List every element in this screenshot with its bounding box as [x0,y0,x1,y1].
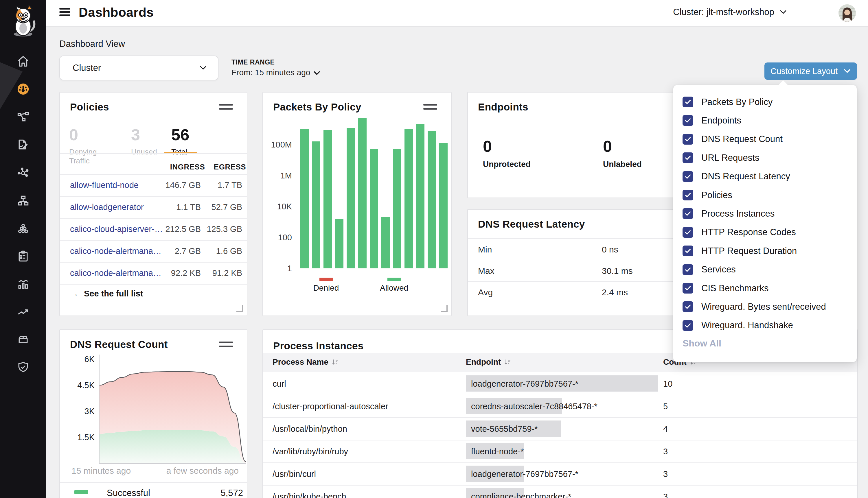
package-box-icon[interactable] [17,333,29,346]
policy-name-link[interactable]: calico-cloud-apiserver-… [70,224,163,234]
menu-hamburger-icon[interactable] [59,8,70,17]
checkbox-checked-icon[interactable] [683,301,693,312]
trend-arrow-icon[interactable] [17,305,29,318]
menu-item[interactable]: URL Requests [683,153,759,163]
cluster-selector[interactable]: Cluster: jlt-msft-workshop [673,7,787,17]
user-avatar[interactable] [839,4,856,22]
divider [60,284,247,285]
checkbox-checked-icon[interactable] [683,134,693,145]
menu-item-label: DNS Request Count [701,134,783,144]
tab-denying-traffic[interactable]: 0 Denying Traffic [69,127,118,166]
checkbox-checked-icon[interactable] [683,153,693,163]
time-range-value[interactable]: From: 15 minutes ago [232,68,319,77]
menu-item[interactable]: Services [683,264,736,275]
menu-item[interactable]: DNS Request Latency [683,171,790,182]
menu-item[interactable]: Wireguard. Bytes sent/received [683,301,826,312]
checkbox-checked-icon[interactable] [683,320,693,331]
menu-item-label: Endpoints [701,115,741,126]
service-graph-icon[interactable] [17,166,29,179]
checkbox-checked-icon[interactable] [683,96,693,107]
menu-item[interactable]: Packets By Policy [683,96,773,107]
show-all-link[interactable]: Show All [683,338,721,349]
dashboard-gauge-icon[interactable] [17,83,29,95]
customize-layout-button[interactable]: Customize Layout [764,63,857,80]
resize-handle[interactable] [441,305,448,312]
table-row[interactable]: /usr/local/bin/pythonvote-5655bd759-*4 [263,417,857,440]
table-row[interactable]: allow-loadgenerator1.1 TB52.7 GB [60,196,247,218]
legend-denied[interactable]: Denied [306,278,346,293]
bar [439,143,448,268]
menu-item[interactable]: Policies [683,190,732,200]
checkbox-checked-icon[interactable] [683,190,693,200]
see-full-list-link[interactable]: → See the full list [70,289,143,299]
customize-layout-menu: Packets By PolicyEndpointsDNS Request Co… [673,85,857,362]
table-row[interactable]: /usr/bin/kube-benchcompliance-benchmarke… [263,485,857,498]
compliance-clipboard-icon[interactable] [17,250,29,263]
area-chart [100,356,246,463]
y-tick-label: 100M [260,140,292,149]
ingress-value: 212.5 GB [165,224,201,234]
bar [358,118,366,268]
top-header: Dashboards Cluster: jlt-msft-workshop [46,0,868,27]
checkbox-checked-icon[interactable] [683,264,693,275]
checkbox-checked-icon[interactable] [683,227,693,238]
bar [312,141,320,268]
table-row[interactable]: allow-fluentd-node146.7 GB1.7 TB [60,174,247,196]
column-header-ingress: INGRESS [169,162,206,171]
y-tick-label: 1.5K [66,433,95,442]
table-row[interactable]: /cluster-proportional-autoscalercoredns-… [263,395,857,417]
checkbox-checked-icon[interactable] [683,171,693,182]
table-row[interactable]: calico-node-alertmana…2.7 GB1.6 GB [60,240,247,262]
table-row[interactable]: /usr/bin/curlloadgenerator-7697bb7567-*3 [263,462,857,485]
process-name-cell: /usr/local/bin/python [273,424,347,434]
drag-handle-icon[interactable] [219,342,233,348]
endpoints-cluster-icon[interactable] [17,222,29,235]
menu-item[interactable]: CIS Benchmarks [683,283,769,293]
resize-handle[interactable] [236,305,243,312]
column-header-endpoint[interactable]: Endpoint [466,357,511,367]
endpoint-cell: loadgenerator-7697bb7567-* [471,379,578,389]
drag-handle-icon[interactable] [423,104,437,110]
policy-name-link[interactable]: allow-loadgenerator [70,202,144,212]
home-icon[interactable] [17,55,29,68]
menu-item[interactable]: HTTP Request Duration [683,246,797,256]
dashboard-view-select[interactable]: Cluster [59,55,218,80]
checkbox-checked-icon[interactable] [683,246,693,256]
column-header-process-name[interactable]: Process Name [273,357,339,367]
tab-unused[interactable]: 3 Unused [131,127,160,156]
menu-item[interactable]: DNS Request Count [683,134,783,145]
menu-item[interactable]: Wireguard. Handshake [683,320,793,331]
menu-item[interactable]: HTTP Response Codes [683,227,796,238]
policy-editor-icon[interactable] [17,138,29,151]
menu-item[interactable]: Endpoints [683,115,741,126]
count-cell: 3 [663,447,668,456]
x-axis-label-end: a few seconds ago [166,466,239,476]
calico-cat-logo[interactable] [7,3,39,38]
network-topology-icon[interactable] [17,194,29,207]
network-policies-icon[interactable] [17,110,29,123]
checkbox-checked-icon[interactable] [683,283,693,293]
time-range-label: TIME RANGE [232,58,319,66]
menu-item[interactable]: Process Instances [683,208,775,219]
policy-name-link[interactable]: calico-node-alertmana… [70,246,161,256]
table-row[interactable]: calico-node-alertmana…92.2 KB91.2 KB [60,262,247,284]
policy-name-link[interactable]: calico-node-alertmana… [70,268,161,278]
endpoint-cell: vote-5655bd759-* [471,424,538,434]
table-row[interactable]: /var/lib/ruby/bin/rubyfluentd-node-*3 [263,440,857,462]
latency-row-value: 2.4 ms [602,287,628,297]
checkbox-checked-icon[interactable] [683,115,693,126]
menu-item-label: DNS Request Latency [701,171,790,182]
legend-allowed[interactable]: Allowed [372,278,416,293]
menu-item-label: Wireguard. Bytes sent/received [701,302,826,312]
bar [428,131,436,268]
policy-name-link[interactable]: allow-fluentd-node [70,181,139,190]
bar [347,128,355,268]
bar [323,130,332,268]
checkbox-checked-icon[interactable] [683,208,693,219]
shield-check-icon[interactable] [17,361,29,374]
egress-value: 125.3 GB [207,224,242,234]
table-row[interactable]: curlloadgenerator-7697bb7567-*10 [263,372,857,395]
table-row[interactable]: calico-cloud-apiserver-…212.5 GB125.3 GB [60,218,247,240]
drag-handle-icon[interactable] [219,104,233,110]
metrics-chart-icon[interactable] [17,278,29,290]
